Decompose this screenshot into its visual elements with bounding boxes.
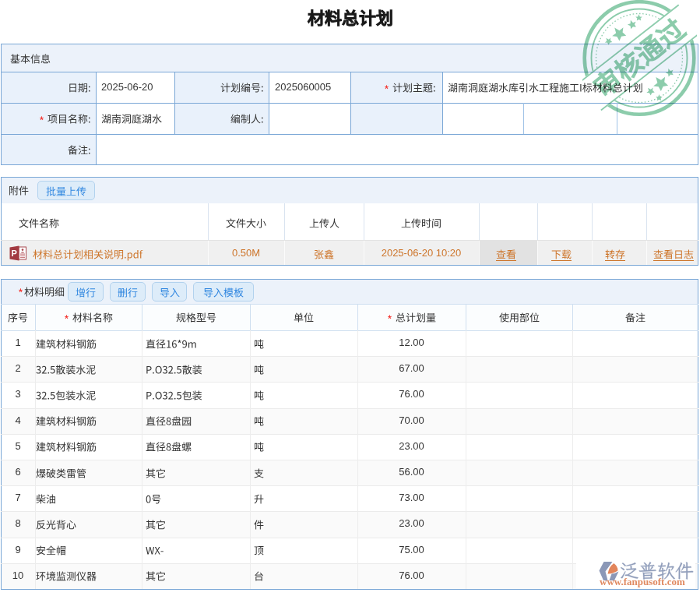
svg-text:P: P (12, 249, 17, 258)
